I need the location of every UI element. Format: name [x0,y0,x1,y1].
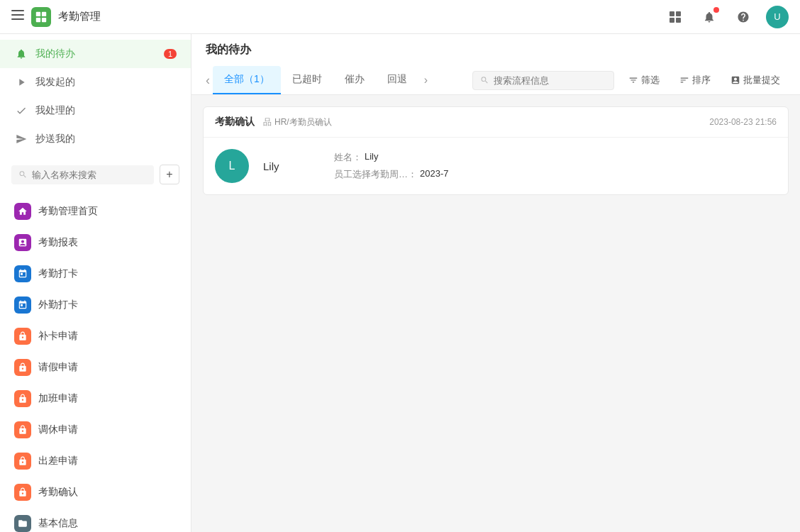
task-detail-name-row: 姓名： Lily [334,151,448,164]
leave-icon [14,359,31,376]
search-input[interactable] [494,75,606,86]
sidebar-label-my-processed: 我处理的 [35,104,75,117]
sidebar-label-cc-to-me: 抄送我的 [35,133,75,145]
report-icon [14,234,31,251]
task-detail-period-row: 员工选择考勤周…： 2023-7 [334,168,448,181]
lieu-icon [14,421,31,438]
menu-item-makeup-card[interactable]: 补卡申请 [0,321,191,352]
sidebar-label-my-todo: 我的待办 [35,48,75,60]
check-icon [14,104,28,118]
play-icon [14,75,28,89]
svg-rect-6 [42,17,46,21]
sidebar-label-my-initiated: 我发起的 [35,76,75,89]
svg-rect-9 [670,18,674,23]
makeup-card-icon [14,328,31,345]
tab-all[interactable]: 全部（1） [213,66,281,94]
search-box[interactable] [472,71,614,90]
svg-rect-4 [42,11,46,16]
grid-icon[interactable] [664,6,687,28]
svg-rect-1 [11,14,24,16]
task-user-name: Lily [263,160,279,172]
sidebar-search-input[interactable] [32,170,147,180]
svg-rect-5 [36,17,40,21]
menu-item-basic-info[interactable]: 基本信息 [0,508,191,532]
task-type: 品 HR/考勤员确认 [263,116,332,128]
main-header: 我的待办 ‹ 全部（1） 已超时 催办 回退 › 筛选 [191,34,800,95]
prev-tab-icon[interactable]: ‹ [206,73,210,88]
menu-item-checkin[interactable]: 考勤打卡 [0,258,191,289]
sidebar-item-my-todo[interactable]: 我的待办 1 [0,40,191,68]
sidebar-item-my-initiated[interactable]: 我发起的 [0,68,191,96]
menu-item-attendance-confirm[interactable]: 考勤确认 [0,477,191,508]
task-card[interactable]: 考勤确认 品 HR/考勤员确认 2023-08-23 21:56 L Lily [203,106,789,195]
svg-rect-8 [676,11,681,16]
task-user-name-area: Lily [263,160,320,172]
period-label: 员工选择考勤周…： [334,168,417,181]
sidebar-item-cc-to-me[interactable]: 抄送我的 [0,125,191,153]
menu-item-field-checkin[interactable]: 外勤打卡 [0,289,191,321]
filter-icon [628,75,638,85]
more-tabs-icon[interactable]: › [418,67,433,94]
period-value: 2023-7 [420,168,448,181]
overtime-icon [14,390,31,407]
content-area: 考勤确认 品 HR/考勤员确认 2023-08-23 21:56 L Lily [191,95,800,532]
svg-rect-10 [676,18,681,23]
name-value: Lily [365,151,379,164]
sidebar-search-area: + [0,159,191,190]
user-avatar[interactable]: U [766,6,789,28]
task-body: L Lily 姓名： Lily 员工选择考勤周…： 2023-7 [204,138,788,194]
menu-label-attendance-confirm: 考勤确认 [38,486,78,499]
sort-button[interactable]: 排序 [674,71,716,89]
task-type-label: HR/考勤员确认 [274,116,332,128]
send-icon [14,132,28,146]
name-label: 姓名： [334,151,362,164]
svg-rect-7 [670,11,674,16]
menu-label-business-trip: 出差申请 [38,455,78,467]
menu-label-overtime: 加班申请 [38,392,78,405]
attendance-confirm-icon [14,484,31,501]
menu-label-field-checkin: 外勤打卡 [38,299,78,311]
sidebar-search-wrap[interactable] [11,165,154,184]
page-title: 我的待办 [206,43,786,66]
tab-returned[interactable]: 回退 [376,66,418,94]
notification-icon[interactable] [698,6,721,28]
batch-icon [730,75,740,85]
add-button[interactable]: + [160,165,179,184]
tab-overdue[interactable]: 已超时 [281,66,333,94]
task-title: 考勤确认 [215,116,255,128]
svg-rect-0 [11,10,24,11]
batch-label: 批量提交 [743,74,780,87]
menu-label-checkin: 考勤打卡 [38,267,78,280]
menu-item-overtime[interactable]: 加班申请 [0,383,191,414]
tabs-actions: 筛选 排序 批量提交 [472,71,786,90]
sidebar-nav: 我的待办 1 我发起的 我处理的 抄送我的 [0,34,191,159]
task-user-avatar: L [215,149,249,183]
main-content: 我的待办 ‹ 全部（1） 已超时 催办 回退 › 筛选 [191,34,800,532]
sort-icon [679,75,689,85]
filter-button[interactable]: 筛选 [623,71,665,89]
checkin-icon [14,265,31,282]
sort-label: 排序 [692,74,711,87]
menu-item-lieu[interactable]: 调休申请 [0,414,191,445]
menu-item-home[interactable]: 考勤管理首页 [0,196,191,227]
business-trip-icon [14,453,31,470]
help-icon[interactable] [732,6,755,28]
search-icon [18,170,28,179]
app-title: 考勤管理 [58,10,101,23]
task-timestamp: 2023-08-23 21:56 [709,117,777,127]
menu-item-business-trip[interactable]: 出差申请 [0,445,191,477]
menu-item-leave[interactable]: 请假申请 [0,352,191,383]
batch-submit-button[interactable]: 批量提交 [725,71,786,89]
tab-urge[interactable]: 催办 [333,66,376,94]
task-card-header: 考勤确认 品 HR/考勤员确认 2023-08-23 21:56 [204,107,788,138]
menu-label-report: 考勤报表 [38,236,78,249]
menu-item-report[interactable]: 考勤报表 [0,227,191,258]
menu-icon[interactable] [11,9,24,25]
notification-badge [713,7,719,13]
menu-label-lieu: 调休申请 [38,423,78,436]
sidebar-item-my-processed[interactable]: 我处理的 [0,96,191,125]
menu-label-leave: 请假申请 [38,361,78,374]
home-icon [14,203,31,220]
menu-label-basic-info: 基本信息 [38,517,78,530]
bell-icon [14,47,28,61]
